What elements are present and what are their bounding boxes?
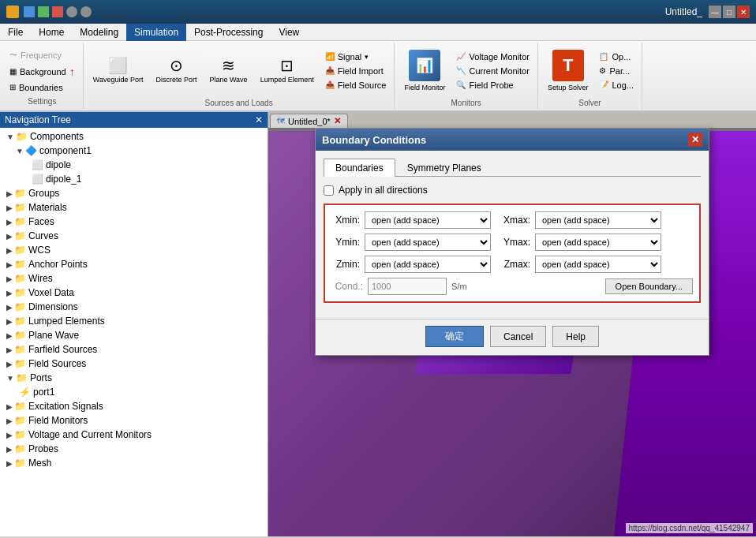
cancel-btn[interactable]: Cancel — [490, 326, 546, 347]
ribbon-monitors-group: 📊 Field Monitor 📈 Voltage Monitor 📉 Curr… — [395, 43, 537, 109]
nav-tree-close-btn[interactable]: ✕ — [255, 114, 263, 125]
apply-all-row: Apply in all directions — [324, 185, 701, 196]
folder-icon-curves: 📁 — [14, 230, 26, 241]
menu-view[interactable]: View — [271, 24, 307, 41]
ribbon-fieldimport-btn[interactable]: 📥 Field Import — [322, 65, 390, 77]
tree-toggle-wires: ▶ — [6, 275, 13, 283]
folder-icon-planewave: 📁 — [14, 330, 26, 341]
tree-item-component1[interactable]: ▼ 🔷 component1 — [0, 144, 268, 158]
tree-toggle-excitation: ▶ — [6, 402, 13, 411]
ribbon-boundaries-btn[interactable]: ⊞ Boundaries — [6, 81, 78, 94]
ribbon-waveguide-btn[interactable]: ⬜ Waveguide Port — [88, 47, 148, 95]
ribbon-log-btn[interactable]: 📝 Log... — [596, 79, 637, 92]
ymin-label: Ymin: — [331, 237, 360, 248]
tree-item-wcs[interactable]: ▶ 📁 WCS — [0, 243, 268, 257]
ribbon-planewave-btn[interactable]: ≋ Plane Wave — [204, 47, 252, 95]
tree-item-materials[interactable]: ▶ 📁 Materials — [0, 200, 268, 215]
confirm-btn[interactable]: 确定 — [425, 326, 484, 347]
tree-item-farfieldsources[interactable]: ▶ 📁 Farfield Sources — [0, 342, 268, 357]
ribbon-par-btn[interactable]: ⚙ Par... — [596, 65, 637, 77]
ribbon-lumped-btn[interactable]: ⊡ Lumped Element — [256, 47, 319, 95]
folder-icon-mesh: 📁 — [14, 458, 26, 469]
xmin-select[interactable]: open (add space) electric (Et=0) magneti… — [365, 211, 491, 229]
menu-simulation[interactable]: Simulation — [126, 24, 186, 41]
tree-item-dipole[interactable]: ⬜ dipole — [0, 158, 268, 172]
minimize-btn[interactable]: — — [709, 6, 721, 18]
folder-icon-materials: 📁 — [14, 202, 26, 213]
ribbon-signal-btn[interactable]: 📶 Signal ▾ — [322, 50, 390, 63]
apply-all-checkbox[interactable] — [324, 185, 334, 196]
open-boundary-btn[interactable]: Open Boundary... — [605, 278, 693, 294]
tree-item-fieldmonitors[interactable]: ▶ 📁 Field Monitors — [0, 413, 268, 428]
ribbon-op-btn[interactable]: 📋 Op... — [596, 50, 637, 63]
ribbon-fieldmonitor-btn[interactable]: 📊 Field Monitor — [399, 47, 450, 95]
menu-file[interactable]: File — [0, 24, 31, 41]
ribbon-sources-small-group: 📶 Signal ▾ 📥 Field Import 📤 Field Source — [322, 50, 390, 92]
tree-item-voxeldata[interactable]: ▶ 📁 Voxel Data — [0, 286, 268, 300]
tab-boundaries[interactable]: Boundaries — [324, 159, 395, 177]
redo-icon[interactable] — [80, 6, 92, 17]
tree-item-wires[interactable]: ▶ 📁 Wires — [0, 271, 268, 286]
ribbon-fieldsource-btn[interactable]: 📤 Field Source — [322, 79, 390, 92]
tree-item-curves[interactable]: ▶ 📁 Curves — [0, 229, 268, 243]
folder-icon-fieldsources: 📁 — [14, 358, 26, 369]
folder-icon-dimensions: 📁 — [14, 301, 26, 312]
tree-item-port1[interactable]: ⚡ port1 — [0, 385, 268, 399]
tree-item-lumpedelements[interactable]: ▶ 📁 Lumped Elements — [0, 314, 268, 328]
maximize-btn[interactable]: □ — [723, 6, 735, 18]
folder-icon-faces: 📁 — [14, 216, 26, 227]
ymax-select[interactable]: open (add space) electric (Et=0) magneti… — [535, 234, 661, 251]
ribbon-discrete-btn[interactable]: ⊙ Discrete Port — [151, 47, 201, 95]
tree-item-components[interactable]: ▼ 📁 Components — [0, 129, 268, 144]
tree-toggle-lumpedelements: ▶ — [6, 317, 13, 326]
tree-toggle-wcs: ▶ — [6, 246, 13, 255]
tree-item-excitation[interactable]: ▶ 📁 Excitation Signals — [0, 399, 268, 413]
ribbon-background-btn[interactable]: ▦ Background ↑ — [6, 64, 78, 80]
xmax-select[interactable]: open (add space) electric (Et=0) magneti… — [535, 211, 661, 229]
cond-label: Cond.: — [331, 281, 363, 292]
tab-symmetry-planes[interactable]: Symmetry Planes — [395, 159, 493, 177]
tree-item-ports[interactable]: ▼ 📁 Ports — [0, 371, 268, 385]
cond-unit: S/m — [451, 282, 467, 291]
tree-toggle-mesh: ▶ — [6, 459, 13, 468]
dialog-close-btn[interactable]: ✕ — [688, 133, 702, 147]
tree-item-probes[interactable]: ▶ 📁 Probes — [0, 442, 268, 456]
zmax-select[interactable]: open (add space) electric (Et=0) magneti… — [535, 256, 661, 273]
file-icon-dipole1: ⬜ — [32, 174, 43, 185]
tree-item-anchorpoints[interactable]: ▶ 📁 Anchor Points — [0, 257, 268, 271]
tree-item-faces[interactable]: ▶ 📁 Faces — [0, 215, 268, 229]
close-btn[interactable]: ✕ — [737, 6, 750, 18]
tree-toggle-components: ▼ — [6, 133, 14, 141]
tree-item-dipole1[interactable]: ⬜ dipole_1 — [0, 172, 268, 186]
menu-postprocessing[interactable]: Post-Processing — [186, 24, 271, 41]
app-icon — [6, 6, 19, 18]
menu-modeling[interactable]: Modeling — [72, 24, 126, 41]
boundaries-icon: ⊞ — [9, 83, 16, 92]
ymin-select[interactable]: open (add space) electric (Et=0) magneti… — [365, 234, 491, 251]
menu-home[interactable]: Home — [31, 24, 72, 41]
tree-item-groups[interactable]: ▶ 📁 Groups — [0, 186, 268, 200]
tree-toggle-fieldmonitors: ▶ — [6, 417, 13, 425]
folder-icon-excitation: 📁 — [14, 401, 26, 412]
boundary-conditions-dialog: Boundary Conditions ✕ Boundaries Symmetr… — [315, 128, 709, 356]
ribbon-currentmonitor-btn[interactable]: 📉 Current Monitor — [453, 65, 532, 77]
par-icon: ⚙ — [599, 66, 606, 75]
cond-input[interactable] — [368, 278, 447, 295]
tree-item-mesh[interactable]: ▶ 📁 Mesh — [0, 456, 268, 470]
ribbon-frequency-btn[interactable]: 〜 Frequency — [6, 48, 78, 62]
ribbon-fieldprobe-btn[interactable]: 🔍 Field Probe — [453, 79, 532, 92]
quick-access-icon2 — [38, 6, 49, 17]
help-btn[interactable]: Help — [552, 326, 599, 347]
solver-group-label: Solver — [578, 99, 601, 107]
tree-item-planewave[interactable]: ▶ 📁 Plane Wave — [0, 328, 268, 342]
log-icon: 📝 — [599, 80, 608, 89]
zmin-select[interactable]: open (add space) electric (Et=0) magneti… — [365, 256, 491, 273]
tree-item-dimensions[interactable]: ▶ 📁 Dimensions — [0, 300, 268, 314]
undo-icon[interactable] — [66, 6, 77, 17]
tree-toggle-materials: ▶ — [6, 204, 13, 212]
ribbon-setupsolver-btn[interactable]: T Setup Solver — [543, 47, 593, 95]
tree-item-voltagecurrentmonitors[interactable]: ▶ 📁 Voltage and Current Monitors — [0, 428, 268, 442]
ribbon-voltagemonitor-btn[interactable]: 📈 Voltage Monitor — [453, 50, 532, 63]
x-boundary-row: Xmin: open (add space) electric (Et=0) m… — [331, 211, 693, 229]
tree-item-fieldsources[interactable]: ▶ 📁 Field Sources — [0, 357, 268, 371]
